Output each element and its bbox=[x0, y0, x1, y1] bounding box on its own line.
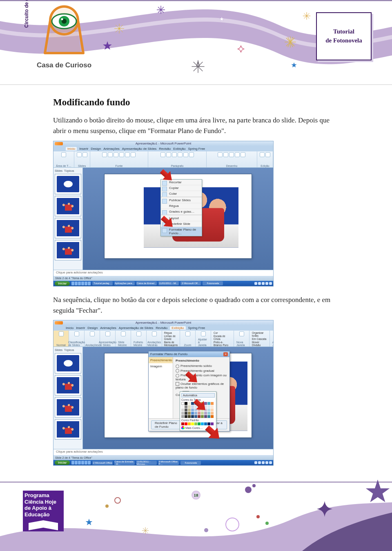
ppt-ribbon-tabs: Início Inserir Design Animações Apresent… bbox=[53, 325, 273, 331]
slide-panel: SlidesTópicos bbox=[53, 168, 83, 270]
ribbon-tab: Início bbox=[66, 326, 74, 330]
dot-icon bbox=[265, 522, 269, 525]
ppt-ribbon: Normal Classificação de Slides Anotações… bbox=[53, 331, 273, 347]
ctx-item: Recortar bbox=[161, 180, 202, 185]
section-heading: Modificando fundo bbox=[53, 97, 339, 108]
ribbon-tab: Spring Free bbox=[188, 147, 205, 151]
ribbon-tab: Exibição bbox=[173, 147, 185, 151]
ctx-item: Régua bbox=[161, 203, 202, 209]
slide-canvas: Recortar Copiar Colar Publicar Slides Ré… bbox=[83, 168, 273, 270]
notes-placeholder: Clique para adicionar anotações bbox=[53, 449, 273, 455]
keyhole-eye-icon bbox=[42, 5, 87, 58]
ribbon-tab: Revisão bbox=[156, 326, 167, 330]
screenshot-1: Apresentação1 - Microsoft PowerPoint Iní… bbox=[53, 141, 274, 287]
circle-outline-icon bbox=[114, 497, 121, 504]
notes-placeholder: Clique para adicionar anotações bbox=[53, 270, 273, 276]
tutorial-title-box: Tutorial de Fotonovela bbox=[316, 12, 372, 60]
ctx-item: Redefinir Slide bbox=[161, 221, 202, 227]
paragraph-1: Utilizando o botão direito do mouse, cli… bbox=[53, 115, 339, 137]
dot-icon bbox=[252, 484, 256, 487]
slide-thumb bbox=[55, 196, 81, 216]
ribbon-tab: Inserir bbox=[76, 326, 85, 330]
burst-icon bbox=[141, 527, 149, 536]
dot-icon bbox=[245, 487, 252, 493]
ribbon-tab: Design bbox=[91, 147, 101, 151]
ribbon-tab: Inserir bbox=[79, 147, 88, 151]
slide-thumb bbox=[55, 174, 81, 194]
ctx-item: Publicar Slides bbox=[161, 198, 202, 203]
ribbon-tab: Apresentação de Slides bbox=[122, 147, 157, 151]
paragraph-2: Na sequência, clique no botão da cor e d… bbox=[53, 295, 339, 316]
format-background-dialog: Formatar Plano de Fundo× Preenchimento I… bbox=[148, 351, 230, 431]
page-footer: 18 Programa Ciência Hoje de Apoio à Educ… bbox=[0, 474, 392, 551]
start-button: Iniciar bbox=[55, 460, 70, 465]
page-header: Circuito de oficinas Casa de Curioso Tut… bbox=[0, 0, 392, 85]
ctx-item-format-bg: Formatar Plano de Fundo… bbox=[161, 227, 202, 236]
slide-canvas: Formatar Plano de Fundo× Preenchimento I… bbox=[83, 347, 273, 449]
ribbon-tab: Apresentação de Slides bbox=[119, 326, 154, 330]
slide-panel: SlidesTópicos bbox=[53, 347, 83, 449]
close-icon: × bbox=[223, 352, 228, 356]
slide-thumb bbox=[55, 397, 81, 418]
tutorial-line1: Tutorial bbox=[333, 27, 354, 36]
start-button: Iniciar bbox=[55, 281, 70, 286]
page-number: 18 bbox=[192, 491, 200, 500]
purple-star-icon bbox=[315, 500, 334, 520]
circle-outline-icon bbox=[225, 518, 239, 531]
tutorial-line2: de Fotonovela bbox=[325, 36, 362, 45]
slide-thumb bbox=[55, 353, 81, 373]
star-icon bbox=[85, 518, 93, 528]
ctx-item: Copiar bbox=[161, 185, 202, 191]
ppt-titlebar: Apresentação1 - Microsoft PowerPoint bbox=[53, 141, 273, 146]
dot-icon bbox=[204, 528, 208, 532]
dot-icon bbox=[256, 515, 260, 518]
screenshot-2: Apresentação1 - Microsoft PowerPoint Iní… bbox=[53, 320, 274, 466]
outline-star-icon bbox=[276, 490, 298, 513]
taskbar: Iniciar Tutorial pedag… Aplicações para…… bbox=[53, 281, 273, 286]
ribbon-tab: Exibição bbox=[170, 326, 185, 330]
ribbon-tab: Animações bbox=[103, 147, 120, 151]
status-bar: Slide 2 de 4 "Tema do Office" bbox=[53, 276, 273, 281]
corner-star-icon bbox=[363, 478, 392, 509]
ppt-ribbon: Área de T… Slides Fonte Parágrafo Desenh… bbox=[53, 151, 273, 168]
ribbon-tab: Início bbox=[66, 147, 77, 151]
ctx-item: Layout bbox=[161, 216, 202, 221]
context-menu: Recortar Copiar Colar Publicar Slides Ré… bbox=[160, 179, 202, 236]
brand-logo: Circuito de oficinas Casa de Curioso bbox=[29, 5, 99, 69]
brand-sidelabel: Circuito de oficinas bbox=[24, 0, 29, 28]
ctx-item: Colar bbox=[161, 191, 202, 197]
slide-thumb bbox=[55, 419, 81, 440]
ribbon-tab: Animações bbox=[100, 326, 116, 330]
color-palette: Automática Cores do Tema Cores Padrão bbox=[180, 391, 216, 431]
ribbon-tab: Revisão bbox=[159, 147, 171, 151]
slide-thumb bbox=[55, 375, 81, 395]
svg-point-20 bbox=[61, 18, 63, 20]
ppt-ribbon-tabs: Início Inserir Design Animações Apresent… bbox=[53, 146, 273, 151]
slide-thumb bbox=[55, 240, 81, 260]
slide-thumb bbox=[55, 218, 81, 238]
ribbon-tab: Spring Free bbox=[188, 326, 205, 330]
page-content: Modificando fundo Utilizando o botão dir… bbox=[53, 97, 339, 466]
ribbon-tab: Design bbox=[87, 326, 98, 330]
status-bar: Slide 2 de 4 "Tema do Office" bbox=[53, 455, 273, 460]
open-book-icon bbox=[23, 519, 64, 529]
taskbar: Iniciar 2 Microsoft Office Caixa de Entr… bbox=[53, 460, 273, 465]
dot-icon bbox=[105, 504, 109, 508]
brand-caption: Casa de Curioso bbox=[29, 61, 99, 69]
program-logo: Programa Ciência Hoje de Apoio à Educaçã… bbox=[23, 491, 64, 531]
ctx-item: Grades e guias… bbox=[161, 209, 202, 215]
ppt-titlebar: Apresentação1 - Microsoft PowerPoint bbox=[53, 320, 273, 325]
